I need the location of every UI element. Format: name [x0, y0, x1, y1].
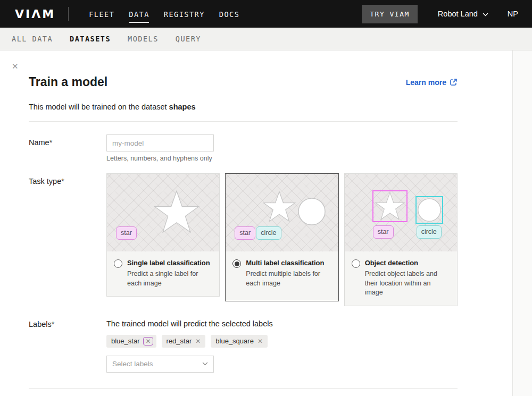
tag-star: star [373, 225, 394, 239]
task-card-single-label-preview: star [107, 174, 219, 251]
learn-more-label: Learn more [406, 78, 446, 87]
task-card-object-detection-preview: star circle [345, 174, 457, 251]
labels-label: Labels* [29, 316, 106, 328]
learn-more-link[interactable]: Learn more [406, 78, 458, 87]
nav-divider [68, 7, 69, 21]
nav-item-docs[interactable]: DOCS [219, 6, 240, 22]
tab-models[interactable]: MODELS [128, 35, 159, 43]
data-sub-nav: ALL DATA DATASETS MODELS QUERY [0, 28, 532, 50]
top-nav-links: FLEET DATA REGISTRY DOCS [89, 6, 239, 22]
section-divider [29, 121, 458, 122]
radio-single-label[interactable] [114, 259, 122, 268]
subtitle-text: This model will be trained on the datase… [29, 103, 169, 111]
viam-logo[interactable]: VIΛM [15, 7, 55, 21]
task-card-title: Single label classification [127, 259, 212, 267]
tab-query[interactable]: QUERY [176, 35, 201, 43]
task-card-description: Predict object labels and their location… [365, 269, 450, 298]
name-label: Name* [29, 134, 106, 147]
label-chip-text: red_star [167, 337, 192, 345]
label-chip-text: blue_star [111, 337, 139, 345]
label-chip-text: blue_square [215, 337, 254, 345]
labels-description: The trained model will predict the selec… [106, 316, 273, 328]
remove-label-icon[interactable]: ✕ [195, 338, 201, 344]
task-card-description: Predict a single label for each image [127, 269, 212, 288]
task-card-description: Predict multiple labels for each image [246, 269, 331, 288]
model-name-input[interactable] [106, 134, 214, 151]
train-model-panel: ✕ Train a model Learn more This model wi… [0, 50, 532, 396]
tag-circle: circle [256, 226, 281, 240]
nav-item-registry[interactable]: REGISTRY [164, 6, 205, 22]
remove-label-icon[interactable]: ✕ [257, 338, 263, 344]
task-card-single-label[interactable]: star Single label classification Predict… [106, 173, 220, 297]
star-shape-icon [263, 191, 296, 223]
external-link-icon [450, 78, 458, 86]
dataset-subtitle: This model will be trained on the datase… [29, 103, 458, 111]
label-chip-blue-square: blue_square ✕ [211, 335, 268, 348]
dataset-name: shapes [169, 103, 196, 111]
task-card-title: Multi label classification [246, 259, 331, 267]
nav-item-data[interactable]: DATA [129, 6, 149, 22]
top-nav: VIΛM FLEET DATA REGISTRY DOCS TRY VIAM R… [0, 0, 532, 28]
task-card-multi-label-preview: star circle [226, 174, 338, 251]
tab-datasets[interactable]: DATASETS [70, 35, 111, 43]
task-type-label: Task type* [29, 173, 106, 186]
chevron-down-icon [483, 13, 488, 16]
task-card-object-detection[interactable]: star circle Object detection Predict obj… [344, 173, 458, 306]
org-name: Robot Land [438, 10, 478, 18]
star-shape-icon [374, 192, 406, 221]
task-card-title: Object detection [365, 259, 450, 267]
name-helper-text: Letters, numbers, and hyphens only [106, 155, 214, 162]
labels-select-placeholder: Select labels [112, 360, 153, 368]
close-icon[interactable]: ✕ [12, 62, 19, 70]
tag-circle: circle [417, 225, 442, 239]
chevron-down-icon [202, 362, 208, 366]
org-switcher[interactable]: Robot Land [438, 10, 488, 18]
task-card-multi-label[interactable]: star circle Multi label classification P… [225, 173, 338, 301]
remove-label-icon[interactable]: ✕ [143, 337, 153, 346]
tag-star: star [116, 226, 137, 240]
selected-labels: blue_star ✕ red_star ✕ blue_square ✕ [106, 335, 273, 348]
labels-select[interactable]: Select labels [106, 356, 214, 373]
tag-star: star [235, 226, 255, 240]
scrollbar-track[interactable] [512, 50, 532, 396]
label-chip-red-star: red_star ✕ [162, 335, 206, 348]
radio-multi-label[interactable] [232, 259, 241, 268]
tab-all-data[interactable]: ALL DATA [12, 35, 53, 43]
circle-shape-icon [298, 198, 326, 225]
nav-item-fleet[interactable]: FLEET [89, 6, 114, 22]
user-avatar[interactable]: NP [508, 10, 518, 18]
radio-object-detection[interactable] [352, 259, 360, 268]
circle-shape-icon [418, 198, 441, 222]
star-shape-icon [154, 190, 200, 234]
page-title: Train a model [29, 75, 107, 89]
label-chip-blue-star: blue_star ✕ [106, 335, 156, 348]
footer-divider [29, 388, 458, 389]
try-viam-button[interactable]: TRY VIAM [362, 5, 418, 23]
